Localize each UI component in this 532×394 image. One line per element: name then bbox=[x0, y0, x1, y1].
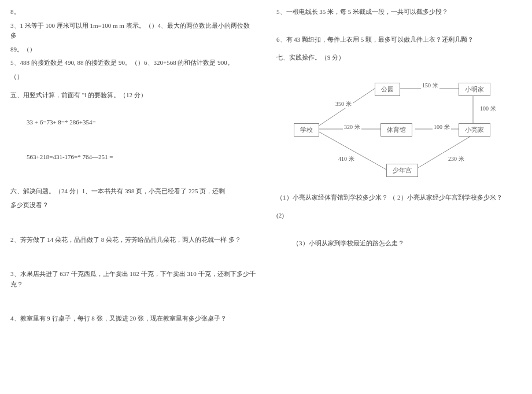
dist-230: 230 米 bbox=[447, 155, 466, 163]
question-5: 5、一根电线长 35 米，每 5 米截成一段，一共可以截多少段？ bbox=[276, 7, 522, 17]
dist-350: 350 米 bbox=[334, 100, 353, 108]
sub-label-2: (2) bbox=[276, 211, 522, 221]
question-3: 3、水果店共进了 637 千克西瓜，上午卖出 182 千克，下午卖出 310 千… bbox=[10, 269, 256, 289]
svg-line-5 bbox=[314, 129, 386, 170]
sub-question-3: （3）小明从家到学校最近的路怎么走？ bbox=[276, 238, 522, 249]
dist-100a: 100 米 bbox=[479, 105, 497, 113]
svg-line-6 bbox=[415, 135, 473, 170]
section-7-title: 七、实践操作。（9 分） bbox=[276, 53, 522, 63]
equation-line-1: 33 + 6=73+ 8=* 286+354= bbox=[10, 117, 256, 128]
text-line: 5、488 的接近数是 490, 88 的接近数是 90。（）6、320+568… bbox=[10, 58, 256, 68]
node-park: 公园 bbox=[375, 83, 400, 96]
route-diagram: 学校 公园 体育馆 小明家 小亮家 少年宫 350 米 150 米 100 米 … bbox=[288, 71, 508, 187]
text-line: 8。 bbox=[10, 7, 256, 17]
text-line: 89。（） bbox=[10, 45, 256, 55]
dist-320: 320 米 bbox=[343, 123, 361, 131]
left-column: 8。 3、1 米等于 100 厘米可以用 1m=100 m m 表示。（）4、最… bbox=[0, 0, 266, 394]
node-school: 学校 bbox=[294, 123, 319, 137]
node-youth: 少年宫 bbox=[386, 164, 418, 177]
question-6: 6、有 43 颗纽扣，每件上衣用 5 颗，最多可以做几件上衣？还剩几颗？ bbox=[276, 35, 522, 45]
dist-410: 410 米 bbox=[337, 155, 356, 163]
question-2: 2、芳芳做了 14 朵花，晶晶做了 8 朵花，芳芳给晶晶几朵花，两人的花就一样 … bbox=[10, 235, 256, 245]
node-xiaoming: 小明家 bbox=[459, 83, 490, 96]
text-line: 3、1 米等于 100 厘米可以用 1m=100 m m 表示。（）4、最大的两… bbox=[10, 21, 256, 41]
text-line: （） bbox=[10, 72, 256, 82]
section-6-title: 六、解决问题。（24 分）1、一本书共有 398 页，小亮已经看了 225 页，… bbox=[10, 186, 256, 197]
node-gym: 体育馆 bbox=[380, 123, 412, 137]
equation-line-2: 563+218=431-176=* 764—251 = bbox=[10, 152, 256, 163]
question-4: 4、教室里有 9 行桌子，每行 8 张，又搬进 20 张，现在教室里有多少张桌子… bbox=[10, 314, 256, 324]
text-line: 多少页没看？ bbox=[10, 200, 256, 211]
node-xiaoliang: 小亮家 bbox=[459, 123, 490, 137]
dist-100b: 100 米 bbox=[433, 123, 451, 131]
dist-150: 150 米 bbox=[421, 82, 439, 90]
right-column: 5、一根电线长 35 米，每 5 米截成一段，一共可以截多少段？ 6、有 43 … bbox=[266, 0, 532, 394]
section-5-title: 五、用竖式计算，前面有 "i 的要验算。（12 分） bbox=[10, 90, 256, 101]
sub-question-1: （1）小亮从家经体育馆到学校多少米？ （ 2）小亮从家经少年宫到学校多少米？ bbox=[276, 193, 522, 203]
